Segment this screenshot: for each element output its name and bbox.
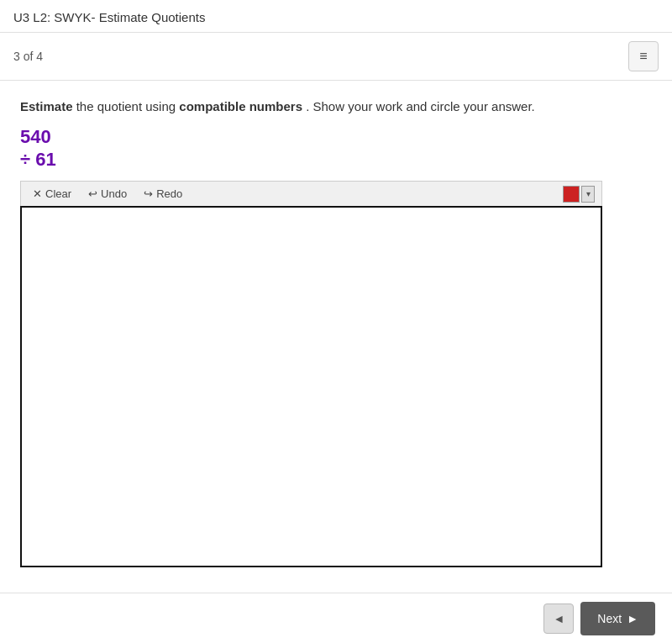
color-swatch[interactable] <box>563 186 580 203</box>
list-icon-button[interactable]: ≡ <box>628 41 659 71</box>
redo-button[interactable]: ↪ Redo <box>139 185 187 203</box>
math-problem: 540 ÷ 61 <box>20 125 652 171</box>
list-icon: ≡ <box>639 49 647 64</box>
math-dividend: 540 <box>20 125 652 150</box>
next-button[interactable]: Next ► <box>580 602 655 635</box>
next-icon: ► <box>627 612 638 625</box>
clear-button[interactable]: ✕ Clear <box>28 185 76 203</box>
undo-button[interactable]: ↩ Undo <box>83 185 132 203</box>
main-content: Estimate the quotient using compatible n… <box>0 81 672 588</box>
progress-row: 3 of 4 ≡ <box>0 33 672 81</box>
page-header: U3 L2: SWYK- Estimate Quotients <box>0 0 672 33</box>
clear-label: Clear <box>45 187 71 200</box>
question-text: Estimate the quotient using compatible n… <box>20 98 652 117</box>
undo-icon: ↩ <box>88 187 97 200</box>
prev-button[interactable]: ◄ <box>543 603 574 634</box>
drawing-area-wrapper: ✕ Clear ↩ Undo ↪ Redo ▾ <box>20 181 602 571</box>
bottom-nav: ◄ Next ► <box>0 593 672 643</box>
page-title: U3 L2: SWYK- Estimate Quotients <box>13 10 205 24</box>
drawing-canvas[interactable] <box>20 206 602 567</box>
drawing-toolbar: ✕ Clear ↩ Undo ↪ Redo ▾ <box>20 181 602 206</box>
math-divisor: ÷ 61 <box>20 149 652 171</box>
dropdown-chevron: ▾ <box>586 189 591 198</box>
undo-label: Undo <box>101 187 127 200</box>
prev-icon: ◄ <box>553 612 564 625</box>
redo-icon: ↪ <box>144 187 153 200</box>
next-label: Next <box>597 612 622 625</box>
question-text-part1: the quotient using <box>76 99 180 113</box>
redo-label: Redo <box>156 187 182 200</box>
progress-count: 3 of 4 <box>13 50 43 63</box>
question-text-part2: . Show your work and circle your answer. <box>306 99 535 113</box>
estimate-bold: Estimate <box>20 99 73 113</box>
swatch-dropdown-button[interactable]: ▾ <box>581 186 595 203</box>
clear-x-icon: ✕ <box>33 187 42 200</box>
compatible-numbers-bold: compatible numbers <box>179 99 302 113</box>
color-swatch-container: ▾ <box>563 186 595 203</box>
